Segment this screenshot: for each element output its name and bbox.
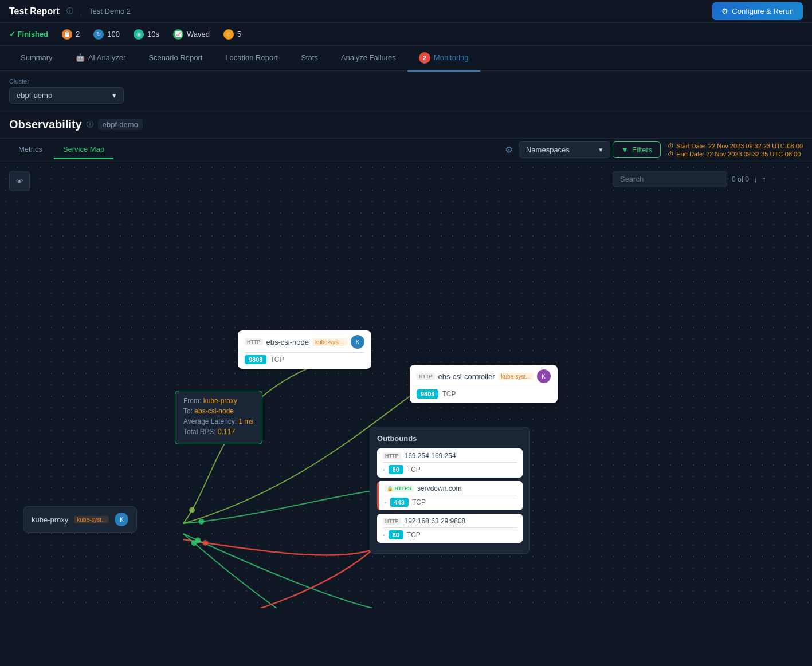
- outbounds-panel: Outbounds HTTP 169.254.169.254 ◦ 80 TCP …: [370, 427, 530, 554]
- outbound-name: 169.254.169.254: [405, 452, 456, 460]
- observability-info-icon[interactable]: ⓘ: [87, 120, 93, 129]
- proto-badge: HTTP: [245, 338, 263, 345]
- port-badge: 80: [389, 465, 403, 474]
- tooltip-latency: 1 ms: [239, 417, 254, 425]
- nav-tabs: Summary 🤖 AI Analyzer Scenario Report Lo…: [0, 46, 812, 71]
- tab-analyze-failures[interactable]: Analyze Failures: [329, 46, 407, 70]
- configure-icon: ⚙: [721, 7, 728, 15]
- scenarios-icon: 📋: [62, 29, 72, 40]
- tab-summary[interactable]: Summary: [9, 46, 64, 70]
- ns-badge: kube-syst...: [498, 373, 533, 380]
- tab-scenario-report[interactable]: Scenario Report: [137, 46, 214, 70]
- eye-button[interactable]: 👁: [9, 171, 30, 191]
- search-input[interactable]: [613, 171, 727, 187]
- search-down-button[interactable]: ↓: [754, 175, 758, 184]
- port-badge: 80: [389, 530, 403, 539]
- outbounds-title: Outbounds: [377, 434, 523, 443]
- tab-metrics[interactable]: Metrics: [9, 140, 52, 159]
- port-proto: TCP: [407, 531, 421, 539]
- ns-badge: kube-syst...: [74, 516, 109, 523]
- tab-service-map[interactable]: Service Map: [54, 140, 113, 159]
- waved-icon: 📈: [173, 29, 183, 40]
- ns-badge: kube-syst...: [312, 338, 347, 346]
- node-ebs-csi-controller[interactable]: HTTP ebs-csi-controller kube-syst... K 9…: [410, 365, 558, 403]
- observability-header: Observability ⓘ ebpf-demo: [0, 111, 812, 139]
- svg-point-0: [194, 499, 199, 505]
- https-badge: 🔒 HTTPS: [385, 485, 414, 492]
- demo-name: Test Demo 2: [89, 7, 131, 15]
- chevron-down-icon: ▾: [599, 145, 603, 154]
- http-badge: HTTP: [383, 518, 401, 525]
- port-badge: 9808: [245, 355, 266, 364]
- outbound-name: 192.168.63.29:9808: [405, 517, 466, 525]
- svg-point-1: [209, 518, 214, 523]
- ai-icon: 🤖: [76, 53, 85, 62]
- port-proto: TCP: [270, 356, 284, 364]
- port-proto: TCP: [412, 498, 426, 506]
- stat-duration: ◉ 10s: [134, 29, 159, 40]
- service-avatar: K: [351, 335, 364, 349]
- svg-point-2: [215, 542, 221, 547]
- proto-badge: HTTP: [417, 373, 435, 380]
- info-icon[interactable]: ⓘ: [66, 6, 73, 16]
- search-up-button[interactable]: ↑: [762, 175, 766, 184]
- service-name: ebs-csi-controller: [438, 372, 495, 381]
- service-map-canvas[interactable]: 👁 0 of 0 ↓ ↑: [0, 161, 812, 608]
- tooltip-to: ebs-csi-node: [194, 407, 234, 415]
- search-count: 0 of 0: [732, 175, 749, 183]
- settings-button[interactable]: ⚙: [501, 141, 516, 159]
- header: Test Report ⓘ | Test Demo 2 ⚙ Configure …: [0, 0, 812, 23]
- connection-tooltip: From: kube-proxy To: ebs-csi-node Averag…: [175, 391, 262, 444]
- node-kube-proxy[interactable]: kube-proxy kube-syst... K: [23, 506, 137, 533]
- tooltip-rps: 0.117: [218, 428, 235, 436]
- status-bar: ✓ Finished 📋 2 ↻ 100 ◉ 10s 📈 Waved ⊙ 5: [0, 23, 812, 46]
- tooltip-from: kube-proxy: [203, 397, 237, 405]
- outbound-item[interactable]: HTTP 169.254.169.254 ◦ 80 TCP: [377, 448, 523, 478]
- stat-scenarios: 📋 2: [62, 29, 80, 40]
- tab-location-report[interactable]: Location Report: [214, 46, 289, 70]
- start-clock-icon: ⏱: [668, 143, 674, 149]
- stat-waved: 📈 Waved: [173, 29, 210, 40]
- status-finished: ✓ Finished: [9, 30, 48, 38]
- end-clock-icon: ⏱: [668, 151, 674, 157]
- port-badge: 9808: [417, 389, 438, 399]
- service-avatar: K: [115, 513, 128, 526]
- duration-icon: ◉: [134, 29, 144, 40]
- cluster-section: Cluster ebpf-demo ▾: [0, 71, 812, 111]
- eye-icon: 👁: [16, 177, 23, 186]
- service-name: ebs-csi-node: [266, 338, 309, 346]
- monitoring-badge: 2: [419, 52, 430, 64]
- outbound-name: servdown.com: [417, 484, 461, 492]
- outbound-item[interactable]: 🔒 HTTPS servdown.com ◦ 443 TCP: [377, 481, 523, 510]
- observability-cluster: ebpf-demo: [98, 119, 143, 130]
- namespaces-select[interactable]: Namespaces ▾: [519, 141, 610, 158]
- filters-button[interactable]: ▼ Filters: [613, 141, 661, 158]
- port-badge: 443: [390, 498, 409, 507]
- count-icon: ⊙: [223, 29, 234, 40]
- chevron-down-icon: ▾: [112, 91, 116, 100]
- tab-stats[interactable]: Stats: [289, 46, 329, 70]
- filter-icon: ▼: [621, 145, 629, 154]
- cluster-label: Cluster: [9, 78, 803, 85]
- cluster-select[interactable]: ebpf-demo ▾: [9, 87, 124, 104]
- configure-rerun-button[interactable]: ⚙ Configure & Rerun: [712, 2, 803, 20]
- tab-ai-analyzer[interactable]: 🤖 AI Analyzer: [64, 46, 138, 70]
- service-avatar: K: [537, 369, 551, 383]
- page-title: Test Report: [9, 6, 60, 17]
- stat-rps: ↻ 100: [93, 29, 120, 40]
- http-badge: HTTP: [383, 452, 401, 459]
- map-search: 0 of 0 ↓ ↑: [613, 171, 766, 187]
- svg-point-3: [203, 541, 209, 547]
- port-proto: TCP: [407, 466, 421, 474]
- stat-count: ⊙ 5: [223, 29, 241, 40]
- node-ebs-csi-node[interactable]: HTTP ebs-csi-node kube-syst... K 9808 TC…: [238, 330, 371, 369]
- outbound-item[interactable]: HTTP 192.168.63.29:9808 ◦ 80 TCP: [377, 514, 523, 543]
- svg-point-4: [198, 545, 203, 551]
- dark-node-name: kube-proxy: [32, 515, 68, 524]
- sub-tab-row: Metrics Service Map ⚙ Namespaces ▾ ▼ Fil…: [0, 139, 812, 161]
- observability-title: Observability: [9, 118, 82, 131]
- port-proto: TCP: [442, 390, 456, 398]
- rps-icon: ↻: [93, 29, 104, 40]
- date-info: ⏱ Start Date: 22 Nov 2023 09:32:23 UTC-0…: [668, 143, 803, 157]
- tab-monitoring[interactable]: 2 Monitoring: [407, 45, 480, 72]
